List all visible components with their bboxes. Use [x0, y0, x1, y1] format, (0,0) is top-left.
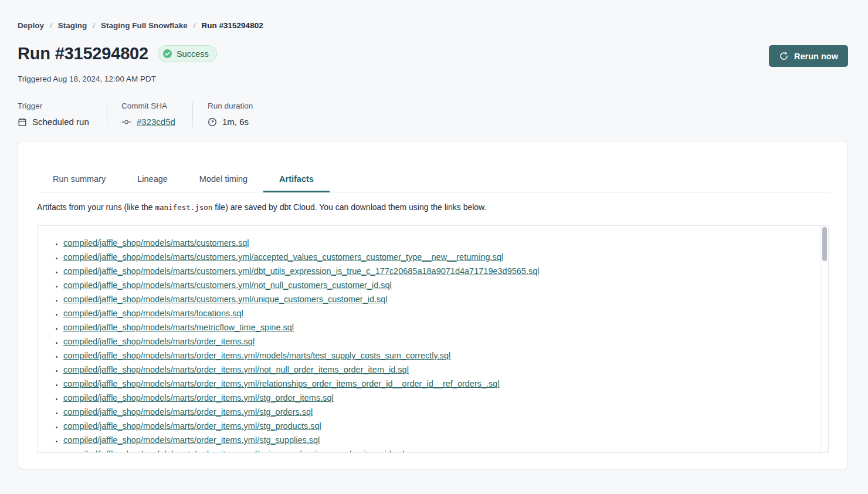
artifact-link[interactable]: compiled/jaffle_shop/models/marts/custom…: [63, 280, 392, 290]
tab-bar: Run summary Lineage Model timing Artifac…: [37, 174, 829, 192]
page-header: Run #315294802 Success Rerun now: [18, 44, 848, 67]
refresh-icon: [779, 51, 789, 61]
artifact-link[interactable]: compiled/jaffle_shop/models/marts/order_…: [63, 435, 320, 445]
breadcrumb-deploy[interactable]: Deploy: [18, 21, 44, 30]
artifact-link[interactable]: compiled/jaffle_shop/models/marts/order_…: [63, 379, 500, 388]
artifact-link[interactable]: compiled/jaffle_shop/models/marts/order_…: [63, 421, 321, 431]
breadcrumb-separator: /: [194, 21, 196, 30]
tab-model-timing[interactable]: Model timing: [184, 174, 263, 192]
artifact-list-item: compiled/jaffle_shop/models/marts/order_…: [63, 363, 816, 377]
artifact-link[interactable]: compiled/jaffle_shop/models/marts/order_…: [63, 393, 334, 402]
artifact-list-item: compiled/jaffle_shop/models/marts/metric…: [63, 320, 816, 334]
commit-info: Commit SHA #323cd5d: [107, 101, 192, 127]
artifact-list-item: compiled/jaffle_shop/models/marts/order_…: [63, 348, 816, 363]
artifact-link[interactable]: compiled/jaffle_shop/models/marts/locati…: [63, 309, 243, 318]
manifest-json-code: manifest.json: [155, 203, 213, 212]
trigger-value: Scheduled run: [32, 117, 89, 127]
trigger-label: Trigger: [18, 101, 107, 110]
scrollbar-thumb[interactable]: [822, 227, 827, 261]
commit-sha-label: Commit SHA: [121, 101, 178, 110]
breadcrumb-separator: /: [93, 21, 95, 30]
artifact-link[interactable]: compiled/jaffle_shop/models/marts/order_…: [63, 351, 450, 360]
artifact-list-container: compiled/jaffle_shop/models/marts/custom…: [37, 225, 829, 453]
artifact-list-item: compiled/jaffle_shop/models/marts/custom…: [63, 236, 816, 250]
breadcrumb-environment[interactable]: Staging Full Snowflake: [101, 21, 188, 30]
tab-run-summary[interactable]: Run summary: [37, 174, 121, 192]
artifact-list-item: compiled/jaffle_shop/models/marts/custom…: [63, 292, 816, 306]
artifact-list-item: compiled/jaffle_shop/models/marts/order_…: [63, 419, 816, 433]
tab-lineage[interactable]: Lineage: [121, 174, 184, 192]
breadcrumb-current-run: Run #315294802: [202, 21, 263, 30]
artifact-list-item: compiled/jaffle_shop/models/marts/order_…: [63, 391, 816, 405]
artifact-link[interactable]: compiled/jaffle_shop/models/marts/order_…: [63, 337, 255, 346]
artifact-link[interactable]: compiled/jaffle_shop/models/marts/custom…: [63, 266, 539, 276]
clock-icon: [208, 117, 217, 127]
artifact-list-item: compiled/jaffle_shop/models/marts/order_…: [63, 405, 816, 419]
duration-info: Run duration 1m, 6s: [193, 101, 267, 127]
tab-artifacts[interactable]: Artifacts: [263, 174, 330, 192]
artifact-list-item: compiled/jaffle_shop/models/marts/order_…: [63, 334, 816, 348]
rerun-now-label: Rerun now: [794, 52, 838, 61]
run-duration-value: 1m, 6s: [222, 117, 249, 127]
run-meta-row: Trigger Scheduled run Commit SHA: [18, 101, 848, 127]
artifact-link[interactable]: compiled/jaffle_shop/models/marts/order_…: [63, 407, 313, 417]
artifact-list-item: compiled/jaffle_shop/models/marts/locati…: [63, 306, 816, 320]
artifact-list-item: compiled/jaffle_shop/models/marts/order_…: [63, 433, 816, 447]
artifacts-description: Artifacts from your runs (like the manif…: [37, 201, 829, 214]
breadcrumb: Deploy / Staging / Staging Full Snowflak…: [18, 21, 848, 30]
run-detail-page: Deploy / Staging / Staging Full Snowflak…: [0, 0, 868, 469]
git-commit-icon: [121, 117, 131, 127]
artifact-link[interactable]: compiled/jaffle_shop/models/marts/custom…: [63, 252, 503, 262]
artifact-link[interactable]: compiled/jaffle_shop/models/marts/metric…: [63, 323, 294, 332]
breadcrumb-staging[interactable]: Staging: [58, 21, 87, 30]
artifact-list-item: compiled/jaffle_shop/models/marts/custom…: [63, 264, 816, 278]
artifact-link[interactable]: compiled/jaffle_shop/models/marts/order_…: [63, 365, 409, 374]
artifact-list-item: compiled/jaffle_shop/models/marts/custom…: [63, 278, 816, 292]
breadcrumb-separator: /: [50, 21, 52, 30]
trigger-info: Trigger Scheduled run: [18, 101, 107, 127]
status-badge: Success: [158, 45, 217, 62]
status-badge-label: Success: [177, 49, 209, 59]
artifact-link[interactable]: compiled/jaffle_shop/models/marts/custom…: [63, 238, 249, 248]
artifact-list-item: compiled/jaffle_shop/models/marts/order_…: [63, 377, 816, 391]
scrollbar-track[interactable]: [820, 226, 828, 452]
artifact-list: compiled/jaffle_shop/models/marts/custom…: [38, 226, 828, 453]
success-check-icon: [162, 49, 172, 59]
calendar-icon: [18, 117, 27, 127]
artifact-list-item: compiled/jaffle_shop/models/marts/order_…: [63, 447, 816, 453]
artifact-link[interactable]: compiled/jaffle_shop/models/marts/order_…: [63, 449, 405, 453]
artifact-list-item: compiled/jaffle_shop/models/marts/custom…: [63, 250, 816, 264]
triggered-timestamp: Triggered Aug 18, 2024, 12:00 AM PDT: [18, 75, 848, 83]
page-title: Run #315294802: [18, 44, 148, 63]
run-duration-label: Run duration: [208, 101, 253, 110]
rerun-now-button[interactable]: Rerun now: [769, 45, 848, 67]
artifact-link[interactable]: compiled/jaffle_shop/models/marts/custom…: [63, 295, 388, 304]
run-detail-card: Run summary Lineage Model timing Artifac…: [18, 141, 848, 469]
commit-sha-link[interactable]: #323cd5d: [137, 117, 175, 127]
